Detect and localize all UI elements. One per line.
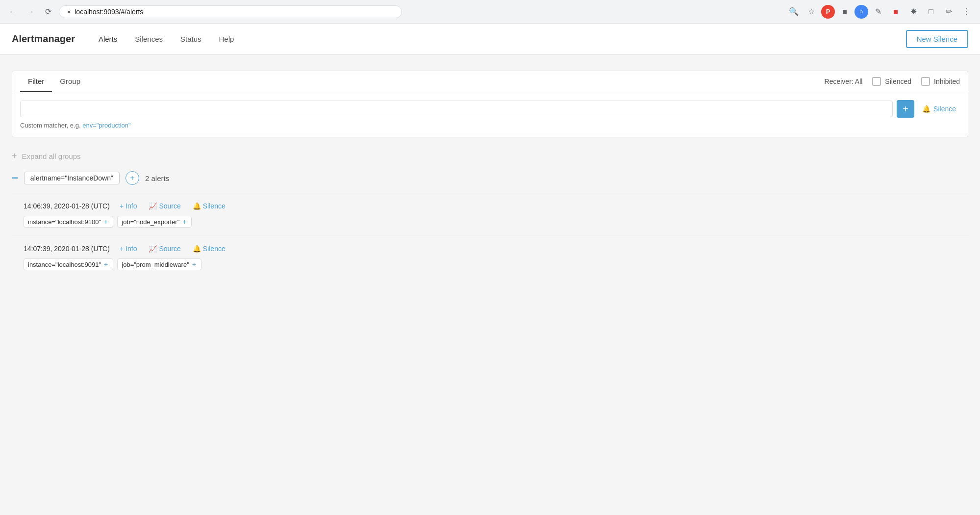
tab-filter[interactable]: Filter <box>20 71 52 92</box>
collapse-button[interactable]: − <box>12 173 18 183</box>
alert-timestamp-1: 14:07:39, 2020-01-28 (UTC) <box>24 245 110 253</box>
alert-group-header: − alertname="InstanceDown" + 2 alerts <box>12 171 968 185</box>
browser-chrome: ← → ⟳ ● localhost:9093/#/alerts 🔍 ☆ P ■ … <box>0 0 980 24</box>
add-filter-button[interactable]: + <box>897 100 914 118</box>
more-options-icon[interactable]: ⋮ <box>958 4 974 20</box>
source-chart-icon-1: 📈 <box>149 245 157 253</box>
tag-value-1-1: job="prom_middleware" <box>122 261 189 268</box>
extension6-icon[interactable]: □ <box>923 4 939 20</box>
source-label-1: Source <box>159 245 180 253</box>
source-label-0: Source <box>159 202 180 210</box>
url-text: localhost:9093/#/alerts <box>75 8 143 16</box>
alert-silence-button-1[interactable]: 🔔 Silence <box>191 244 227 254</box>
back-button[interactable]: ← <box>6 5 20 19</box>
group-tag: alertname="InstanceDown" <box>24 172 120 184</box>
silence-label-0: Silence <box>203 202 226 210</box>
app-header: Alertmanager Alerts Silences Status Help… <box>0 24 980 55</box>
browser-toolbar: 🔍 ☆ P ■ ○ ✎ ■ ✸ □ ✏ ⋮ <box>786 4 974 20</box>
alert-source-button-0[interactable]: 📈 Source <box>147 201 182 211</box>
add-group-tag-button[interactable]: + <box>126 171 139 185</box>
custom-matcher-hint: Custom matcher, e.g. env="production" <box>20 122 960 129</box>
alert-tags-row-0: instance="localhost:9100" + job="node_ex… <box>24 216 968 228</box>
tag-value-1-0: instance="localhost:9091" <box>28 261 101 268</box>
tag-add-button-1-0[interactable]: + <box>103 260 109 268</box>
tag-add-button-0-0[interactable]: + <box>103 218 109 226</box>
nav-status[interactable]: Status <box>173 31 209 47</box>
silenced-label: Silenced <box>885 77 911 85</box>
alert-source-button-1[interactable]: 📈 Source <box>147 244 182 254</box>
filter-tab-options: Receiver: All Silenced Inhibited <box>825 77 960 86</box>
inhibited-toggle[interactable]: Inhibited <box>921 77 960 86</box>
profile-icon[interactable]: P <box>821 5 835 19</box>
info-label-1: Info <box>126 245 137 253</box>
silence-bell-1-icon: 🔔 <box>193 245 201 253</box>
silence-bell-icon: 🔔 <box>922 105 930 113</box>
tag-value-0-0: instance="localhost:9100" <box>28 218 101 226</box>
alert-info-button-1[interactable]: + Info <box>118 244 139 254</box>
info-label-0: Info <box>126 202 137 210</box>
bookmark-icon[interactable]: ☆ <box>804 4 819 20</box>
inhibited-checkbox[interactable] <box>921 77 930 86</box>
main-content: Filter Group Receiver: All Silenced Inhi… <box>0 55 980 515</box>
filter-input[interactable] <box>20 101 893 117</box>
silence-filter-button[interactable]: 🔔 Silence <box>918 103 960 115</box>
alert-silence-button-0[interactable]: 🔔 Silence <box>191 201 227 211</box>
extension5-icon[interactable]: ✸ <box>905 4 921 20</box>
expand-all-row[interactable]: + Expand all groups <box>12 149 968 163</box>
expand-all-icon: + <box>12 151 17 161</box>
new-silence-button[interactable]: New Silence <box>906 30 968 48</box>
expand-all-label: Expand all groups <box>22 152 81 160</box>
filter-body: + 🔔 Silence Custom matcher, e.g. env="pr… <box>12 92 968 137</box>
silence-label-1: Silence <box>203 245 226 253</box>
search-icon[interactable]: 🔍 <box>786 4 802 20</box>
alert-group-0: − alertname="InstanceDown" + 2 alerts 14… <box>12 171 968 278</box>
alert-info-button-0[interactable]: + Info <box>118 201 139 211</box>
silenced-toggle[interactable]: Silenced <box>872 77 911 86</box>
filter-input-row: + 🔔 Silence <box>20 100 960 118</box>
nav-help[interactable]: Help <box>211 31 242 47</box>
extension7-icon[interactable]: ✏ <box>941 4 956 20</box>
silence-bell-0-icon: 🔔 <box>193 202 201 210</box>
reload-button[interactable]: ⟳ <box>41 5 55 19</box>
alert-item-0-header: 14:06:39, 2020-01-28 (UTC) + Info 📈 Sour… <box>24 201 968 211</box>
nav-silences[interactable]: Silences <box>127 31 171 47</box>
silenced-checkbox[interactable] <box>872 77 881 86</box>
tab-group[interactable]: Group <box>52 71 88 92</box>
alert-tag-1-1: job="prom_middleware" + <box>117 258 201 270</box>
alert-tags-row-1: instance="localhost:9091" + job="prom_mi… <box>24 258 968 270</box>
nav-alerts[interactable]: Alerts <box>91 31 125 47</box>
silence-btn-label: Silence <box>933 105 956 113</box>
filter-panel: Filter Group Receiver: All Silenced Inhi… <box>12 71 968 137</box>
alert-timestamp-0: 14:06:39, 2020-01-28 (UTC) <box>24 202 110 210</box>
tag-value-0-1: job="node_exporter" <box>122 218 179 226</box>
source-chart-icon: 📈 <box>149 202 157 210</box>
alert-item-0: 14:06:39, 2020-01-28 (UTC) + Info 📈 Sour… <box>12 193 968 235</box>
lock-icon: ● <box>67 8 71 15</box>
extension1-icon[interactable]: ■ <box>837 4 853 20</box>
inhibited-label: Inhibited <box>934 77 960 85</box>
forward-button[interactable]: → <box>24 5 37 19</box>
info-plus-icon-1: + <box>120 245 124 253</box>
tag-add-button-0-1[interactable]: + <box>181 218 187 226</box>
alert-tag-0-1: job="node_exporter" + <box>117 216 192 228</box>
info-plus-icon: + <box>120 202 124 210</box>
extension2-icon[interactable]: ○ <box>854 5 868 19</box>
nav-links: Alerts Silences Status Help <box>91 31 242 47</box>
filter-tabs: Filter Group Receiver: All Silenced Inhi… <box>12 71 968 92</box>
app-logo: Alertmanager <box>12 33 75 45</box>
extension3-icon[interactable]: ✎ <box>870 4 886 20</box>
receiver-label: Receiver: All <box>825 77 863 85</box>
extension4-icon[interactable]: ■ <box>888 4 904 20</box>
tag-add-button-1-1[interactable]: + <box>191 260 197 268</box>
address-bar[interactable]: ● localhost:9093/#/alerts <box>59 5 402 18</box>
alert-tag-1-0: instance="localhost:9091" + <box>24 258 113 270</box>
alert-item-1: 14:07:39, 2020-01-28 (UTC) + Info 📈 Sour… <box>12 235 968 278</box>
alert-count: 2 alerts <box>145 174 169 182</box>
alert-tag-0-0: instance="localhost:9100" + <box>24 216 113 228</box>
alert-item-1-header: 14:07:39, 2020-01-28 (UTC) + Info 📈 Sour… <box>24 244 968 254</box>
custom-matcher-example[interactable]: env="production" <box>82 122 131 129</box>
